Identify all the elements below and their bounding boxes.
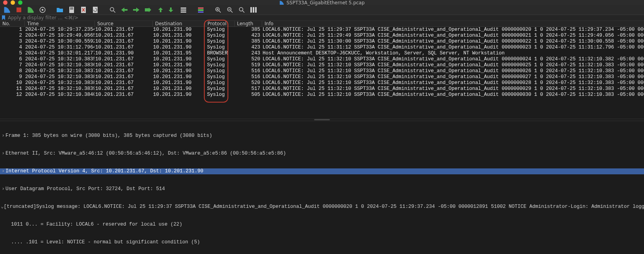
- column-header-source[interactable]: Source: [94, 21, 152, 26]
- window-title: SSPT33A_GigabitEthernet 5.pcap: [279, 0, 365, 6]
- wireshark-fin-icon: [279, 0, 284, 5]
- packet-row[interactable]: 32024-07-25 10:30:00.55929310.201.231.67…: [0, 39, 644, 45]
- svg-rect-10: [145, 8, 149, 11]
- packet-list[interactable]: 12024-07-25 10:29:37.23544110.201.231.67…: [0, 27, 644, 98]
- column-header-info[interactable]: Info: [262, 21, 644, 26]
- go-to-first-button[interactable]: [155, 5, 165, 15]
- display-filter-bar: [0, 15, 644, 21]
- display-filter-input[interactable]: [6, 15, 643, 21]
- packet-row[interactable]: 92024-07-25 10:32:10.38380710.201.231.67…: [0, 74, 644, 80]
- column-header-length[interactable]: Length: [234, 21, 262, 26]
- svg-rect-15: [198, 9, 204, 11]
- colorize-button[interactable]: [196, 5, 205, 15]
- restart-capture-button[interactable]: [26, 5, 35, 15]
- svg-rect-0: [17, 7, 21, 12]
- packet-details-pane[interactable]: ›Frame 1: 385 bytes on wire (3080 bits),…: [0, 121, 644, 254]
- zoom-in-button[interactable]: [213, 5, 223, 15]
- close-file-button[interactable]: [79, 5, 88, 15]
- svg-line-9: [113, 11, 115, 13]
- packet-list-header: No. Time Source Destination Protocol Len…: [0, 21, 644, 27]
- svg-rect-14: [198, 7, 204, 9]
- detail-facility[interactable]: 1011 0... = Facility: LOCAL6 - reserved …: [0, 222, 644, 228]
- go-to-packet-button[interactable]: [143, 5, 153, 15]
- column-header-destination[interactable]: Destination: [152, 21, 205, 26]
- bookmark-icon[interactable]: [1, 15, 6, 21]
- go-forward-button[interactable]: [131, 5, 141, 15]
- packet-row[interactable]: 42024-07-25 10:31:12.79647310.201.231.67…: [0, 45, 644, 50]
- window-title-text: SSPT33A_GigabitEthernet 5.pcap: [287, 0, 365, 6]
- capture-options-button[interactable]: [38, 5, 47, 15]
- svg-rect-12: [181, 9, 186, 11]
- packet-row[interactable]: 12024-07-25 10:29:37.23544110.201.231.67…: [0, 27, 644, 33]
- svg-rect-27: [253, 7, 254, 13]
- svg-point-24: [239, 7, 243, 11]
- splitter-handle-icon: [314, 119, 330, 120]
- find-packet-button[interactable]: [108, 5, 117, 15]
- svg-line-18: [219, 11, 221, 13]
- svg-line-25: [242, 11, 244, 13]
- svg-rect-28: [255, 7, 257, 13]
- pane-splitter[interactable]: [0, 119, 644, 121]
- detail-level[interactable]: .... .101 = Level: NOTICE - normal but s…: [0, 239, 644, 245]
- svg-point-2: [42, 9, 44, 11]
- svg-line-22: [231, 11, 233, 13]
- reload-file-button[interactable]: [91, 5, 100, 15]
- auto-scroll-button[interactable]: [179, 5, 188, 15]
- packet-row[interactable]: 52024-07-25 10:32:01.21778010.201.231.90…: [0, 50, 644, 56]
- svg-rect-4: [70, 7, 73, 8]
- packet-row[interactable]: 72024-07-25 10:32:10.38366810.201.231.67…: [0, 62, 644, 68]
- minimize-window-button[interactable]: [11, 0, 15, 5]
- start-capture-button[interactable]: [2, 5, 12, 15]
- detail-syslog[interactable]: ⌄[truncated]Syslog message: LOCAL6.NOTIC…: [0, 204, 644, 210]
- column-header-no[interactable]: No.: [0, 21, 24, 26]
- stop-capture-button[interactable]: [14, 5, 24, 15]
- window-controls: [3, 0, 22, 5]
- save-file-button[interactable]: [67, 5, 76, 15]
- expand-icon[interactable]: ›: [1, 133, 6, 139]
- main-toolbar: [0, 5, 644, 15]
- detail-udp[interactable]: ›User Datagram Protocol, Src Port: 32724…: [0, 186, 644, 192]
- maximize-window-button[interactable]: [18, 0, 22, 5]
- zoom-out-button[interactable]: [225, 5, 235, 15]
- column-header-protocol[interactable]: Protocol: [205, 21, 234, 26]
- packet-row[interactable]: 102024-07-25 10:32:10.38387810.201.231.6…: [0, 80, 644, 86]
- expand-icon[interactable]: ›: [1, 151, 6, 157]
- go-to-last-button[interactable]: [167, 5, 176, 15]
- go-back-button[interactable]: [120, 5, 129, 15]
- collapse-icon[interactable]: ⌄: [1, 204, 4, 210]
- packet-list-blank: [0, 98, 644, 118]
- packet-row[interactable]: 122024-07-25 10:32:10.38405310.201.231.6…: [0, 92, 644, 98]
- packet-row[interactable]: 82024-07-25 10:32:10.38376010.201.231.67…: [0, 68, 644, 74]
- svg-rect-5: [70, 9, 73, 9]
- zoom-reset-button[interactable]: [237, 5, 246, 15]
- packet-list-container: 12024-07-25 10:29:37.23544110.201.231.67…: [0, 27, 644, 98]
- svg-rect-26: [250, 7, 252, 13]
- titlebar: SSPT33A_GigabitEthernet 5.pcap: [0, 0, 644, 5]
- packet-row[interactable]: 62024-07-25 10:32:10.38353010.201.231.67…: [0, 56, 644, 62]
- expand-icon[interactable]: ›: [1, 186, 6, 192]
- detail-ip[interactable]: ›Internet Protocol Version 4, Src: 10.20…: [0, 168, 644, 174]
- svg-rect-13: [181, 11, 186, 13]
- column-header-time[interactable]: Time: [24, 21, 94, 26]
- detail-ethernet[interactable]: ›Ethernet II, Src: VMware_a5:46:12 (00:5…: [0, 151, 644, 157]
- close-window-button[interactable]: [3, 0, 7, 5]
- packet-row[interactable]: 22024-07-25 10:29:49.05659410.201.231.67…: [0, 33, 644, 39]
- svg-point-8: [110, 7, 114, 11]
- packet-row[interactable]: 112024-07-25 10:32:10.38394510.201.231.6…: [0, 86, 644, 92]
- svg-rect-11: [181, 7, 186, 9]
- svg-rect-16: [198, 11, 204, 13]
- detail-frame[interactable]: ›Frame 1: 385 bytes on wire (3080 bits),…: [0, 133, 644, 139]
- resize-columns-button[interactable]: [249, 5, 258, 15]
- expand-icon[interactable]: ›: [1, 168, 6, 174]
- open-file-button[interactable]: [55, 5, 65, 15]
